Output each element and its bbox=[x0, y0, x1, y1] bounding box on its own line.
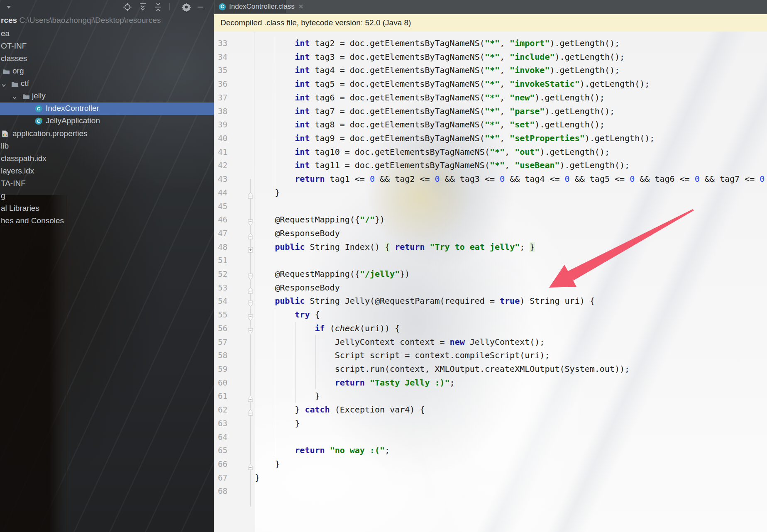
project-root-directory: C:\Users\baozhongqi\Desktop\resources bbox=[17, 16, 161, 24]
tree-item-classpath-idx[interactable]: classpath.idx bbox=[0, 153, 214, 165]
code-editor[interactable]: 33 int tag2 = doc.getElementsByTagNameNS… bbox=[214, 32, 767, 532]
code-text: int tag8 = doc.getElementsByTagNameNS("*… bbox=[255, 118, 605, 132]
fold-marker-icon[interactable] bbox=[248, 461, 253, 467]
code-line-68: 68 bbox=[214, 484, 767, 498]
line-number: 55 bbox=[214, 308, 227, 322]
chevron-expanded-icon[interactable] bbox=[1, 81, 7, 87]
project-root-name: rces bbox=[1, 16, 17, 24]
fold-marker-icon[interactable] bbox=[248, 230, 253, 237]
fold-marker-icon[interactable] bbox=[248, 216, 253, 223]
editor-tab-bar: C IndexController.class ✕ bbox=[214, 0, 767, 15]
fold-marker-icon[interactable] bbox=[248, 325, 253, 332]
line-number: 62 bbox=[214, 403, 227, 417]
line-number: 66 bbox=[214, 457, 227, 471]
fold-marker-icon[interactable] bbox=[248, 311, 253, 318]
code-line-33: 33 int tag2 = doc.getElementsByTagNameNS… bbox=[214, 37, 767, 50]
code-line-47: 47 @ResponseBody bbox=[214, 227, 767, 240]
tab-indexcontroller-class[interactable]: C IndexController.class ✕ bbox=[215, 0, 286, 13]
svg-text:C: C bbox=[37, 119, 40, 124]
code-line-54: 54 public String Jelly(@RequestParam(req… bbox=[214, 294, 767, 308]
tree-item-g[interactable]: g bbox=[0, 190, 214, 203]
code-line-46: 46 @RequestMapping({"/"}) bbox=[214, 213, 767, 227]
line-number: 47 bbox=[214, 227, 227, 240]
runnable-class-icon: C bbox=[35, 117, 42, 125]
code-text: int tag4 = doc.getElementsByTagNameNS("*… bbox=[255, 63, 620, 77]
code-text: public String Index() { return "Try to e… bbox=[255, 240, 535, 254]
line-number: 48 bbox=[214, 240, 227, 254]
line-number: 38 bbox=[214, 105, 227, 118]
code-line-59: 59 script.run(context, XMLOutput.createX… bbox=[214, 362, 767, 376]
code-text: } bbox=[255, 389, 320, 403]
tree-item-ea[interactable]: ea bbox=[0, 28, 214, 40]
tree-item-label: org bbox=[12, 66, 24, 76]
tree-item-label: g bbox=[1, 191, 5, 200]
tree-item-label: ea bbox=[1, 29, 10, 38]
tree-item-classes[interactable]: classes bbox=[0, 53, 214, 65]
line-number: 54 bbox=[214, 294, 227, 308]
line-number: 57 bbox=[214, 335, 227, 349]
tree-item-label: IndexController bbox=[46, 104, 99, 113]
code-line-62: 62 } catch (Exception var4) { bbox=[214, 403, 767, 417]
code-line-39: 39 int tag8 = doc.getElementsByTagNameNS… bbox=[214, 118, 767, 132]
tree-item-layers-idx[interactable]: layers.idx bbox=[0, 165, 214, 178]
class-icon: C bbox=[219, 3, 226, 10]
expand-all-icon[interactable] bbox=[137, 2, 148, 12]
folder-icon bbox=[22, 93, 30, 100]
line-number: 37 bbox=[214, 91, 227, 105]
tree-item-label: hes and Consoles bbox=[1, 216, 64, 225]
code-text: int tag10 = doc.getElementsByTagNameNS("… bbox=[255, 145, 610, 159]
code-text: int tag7 = doc.getElementsByTagNameNS("*… bbox=[255, 105, 615, 118]
fold-marker-icon[interactable] bbox=[248, 406, 253, 413]
code-line-42: 42 int tag11 = doc.getElementsByTagNameN… bbox=[214, 159, 767, 172]
tree-item-ctf[interactable]: ctf bbox=[0, 78, 214, 90]
hide-panel-icon[interactable] bbox=[195, 2, 206, 12]
chevron-expanded-icon[interactable] bbox=[12, 93, 17, 99]
properties-file-icon bbox=[2, 130, 9, 138]
code-text: } bbox=[255, 471, 260, 485]
tree-item-label: layers.idx bbox=[1, 166, 34, 176]
project-view-caret-down-icon[interactable] bbox=[3, 2, 14, 12]
tree-item-jellyapplication[interactable]: CJellyApplication bbox=[0, 115, 214, 127]
line-number: 59 bbox=[214, 362, 227, 376]
code-line-67: 67} bbox=[214, 471, 767, 485]
settings-gear-icon[interactable] bbox=[181, 2, 192, 12]
locate-file-icon[interactable] bbox=[122, 2, 133, 12]
project-tree: eaOT-INFclassesorgctfjellyCIndexControll… bbox=[0, 27, 214, 400]
code-line-36: 36 int tag5 = doc.getElementsByTagNameNS… bbox=[214, 77, 767, 91]
code-text: int tag6 = doc.getElementsByTagNameNS("*… bbox=[255, 91, 605, 105]
fold-marker-icon[interactable] bbox=[248, 189, 253, 196]
code-line-60: 60 return "Tasty Jelly :)"; bbox=[214, 376, 767, 390]
line-number: 58 bbox=[214, 349, 227, 362]
tree-item-lib[interactable]: lib bbox=[0, 140, 214, 153]
close-tab-icon[interactable]: ✕ bbox=[298, 3, 304, 10]
tree-item-label: JellyApplication bbox=[46, 116, 100, 125]
tree-item-label: al Libraries bbox=[1, 204, 39, 213]
tree-item-al-libraries[interactable]: al Libraries bbox=[0, 203, 214, 215]
tree-item-application-properties[interactable]: application.properties bbox=[0, 128, 214, 140]
code-line-65: 65 return "no way :("; bbox=[214, 444, 767, 457]
code-line-58: 58 Script script = context.compileScript… bbox=[214, 349, 767, 362]
code-text: @ResponseBody bbox=[255, 281, 340, 295]
code-line-45: 45 bbox=[214, 200, 767, 213]
tree-item-indexcontroller[interactable]: CIndexController bbox=[0, 102, 214, 115]
tree-item-hes-and-consoles[interactable]: hes and Consoles bbox=[0, 215, 214, 227]
fold-marker-icon[interactable] bbox=[248, 271, 253, 277]
collapse-all-icon[interactable] bbox=[153, 2, 164, 12]
fold-marker-icon[interactable] bbox=[248, 284, 253, 291]
tree-item-label: jelly bbox=[32, 91, 46, 100]
line-number: 39 bbox=[214, 118, 227, 132]
fold-marker-icon[interactable] bbox=[248, 298, 253, 304]
code-text: @RequestMapping({"/jelly"}) bbox=[255, 267, 410, 281]
tree-item-ta-inf[interactable]: TA-INF bbox=[0, 178, 214, 190]
tree-item-org[interactable]: org bbox=[0, 65, 214, 78]
fold-marker-icon[interactable] bbox=[248, 244, 253, 250]
code-line-51: 51 bbox=[214, 254, 767, 267]
fold-marker-icon[interactable] bbox=[248, 393, 253, 399]
code-text: @ResponseBody bbox=[255, 227, 340, 240]
code-line-40: 40 int tag9 = doc.getElementsByTagNameNS… bbox=[214, 132, 767, 145]
line-number: 34 bbox=[214, 50, 227, 64]
tree-item-ot-inf[interactable]: OT-INF bbox=[0, 40, 214, 53]
folder-icon bbox=[2, 68, 10, 75]
line-number: 51 bbox=[214, 254, 227, 267]
tree-item-jelly[interactable]: jelly bbox=[0, 90, 214, 102]
